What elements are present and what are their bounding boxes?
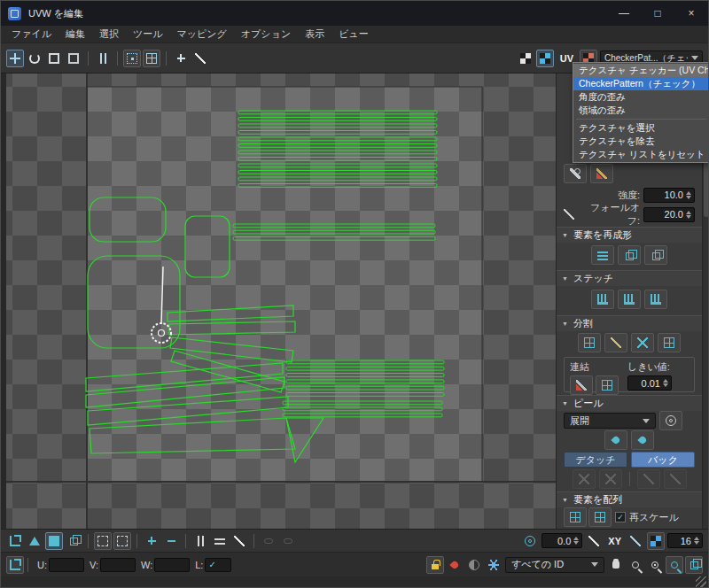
uv-island[interactable]: [88, 256, 180, 348]
falloff-spinner[interactable]: 20.0: [643, 207, 695, 222]
uv-strip[interactable]: [286, 393, 444, 397]
soft-selection-sphere-icon[interactable]: [465, 556, 483, 574]
align-horizontal-icon[interactable]: [191, 532, 209, 550]
edge-loop-icon[interactable]: [627, 532, 644, 550]
zoom-icon[interactable]: [627, 556, 644, 574]
uv-strip[interactable]: [283, 401, 442, 405]
u-input[interactable]: [49, 558, 84, 572]
uv-island[interactable]: [86, 377, 284, 407]
rollout-arrange-elements[interactable]: 要素を配列: [557, 491, 702, 507]
v-input[interactable]: [100, 558, 136, 572]
rollout-reshape-elements[interactable]: 要素を再成形: [557, 227, 702, 243]
uv-island[interactable]: [169, 321, 295, 335]
rescale-checkbox[interactable]: ✓: [615, 512, 626, 522]
uv-strip[interactable]: [283, 414, 442, 417]
break-icon[interactable]: [578, 333, 601, 352]
uv-strip[interactable]: [238, 118, 437, 121]
menu-item-angle-distortion[interactable]: 角度の歪み: [573, 90, 709, 104]
lock-selection-icon[interactable]: [426, 556, 444, 574]
minimize-button[interactable]: —: [607, 1, 641, 26]
uv-island[interactable]: [88, 397, 288, 425]
uv-strip[interactable]: [238, 111, 437, 114]
pack-custom-icon[interactable]: [564, 507, 587, 527]
select-lasso-icon[interactable]: [113, 532, 131, 550]
quick-peel-icon[interactable]: [604, 430, 627, 450]
close-button[interactable]: ×: [674, 1, 708, 26]
draw-seam-icon[interactable]: [191, 50, 209, 67]
uv-strip[interactable]: [233, 236, 435, 240]
detach-button[interactable]: デタッチ: [564, 452, 627, 468]
peel-mode-icon[interactable]: [631, 430, 654, 450]
stitch-custom-icon[interactable]: [591, 290, 614, 309]
uv-canvas[interactable]: [6, 74, 556, 529]
uv-strip[interactable]: [286, 386, 444, 390]
zoom-region-icon[interactable]: [646, 556, 664, 574]
relax-until-flat-icon[interactable]: [618, 245, 641, 265]
freeze-icon[interactable]: [485, 556, 503, 574]
back-button[interactable]: バック: [631, 452, 695, 468]
maximize-button[interactable]: □: [641, 1, 674, 26]
rotate-gizmo-icon[interactable]: [521, 532, 539, 550]
split-edge-pen-icon[interactable]: [604, 333, 627, 352]
grow-selection-icon[interactable]: [143, 532, 160, 550]
stitch-average-icon[interactable]: [644, 290, 667, 309]
menu-edit[interactable]: 編集: [58, 26, 92, 43]
uv-strip[interactable]: [238, 184, 437, 188]
linear-align-icon[interactable]: [230, 532, 248, 550]
uv-strip[interactable]: [233, 230, 435, 234]
resize-grip[interactable]: [696, 576, 706, 587]
menu-item-pick-texture[interactable]: テクスチャを選択: [573, 121, 709, 135]
xy-axis-label[interactable]: XY: [608, 536, 621, 546]
menu-file[interactable]: ファイル: [4, 26, 58, 43]
grid-size-spinner[interactable]: 16: [667, 533, 703, 548]
select-overlap-icon[interactable]: [123, 50, 141, 67]
menu-mapping[interactable]: マッピング: [170, 26, 234, 43]
shrink-selection-icon[interactable]: [162, 532, 180, 550]
select-island-icon[interactable]: [143, 50, 160, 67]
menu-display[interactable]: 表示: [298, 26, 331, 43]
pack-now-icon[interactable]: [588, 507, 612, 527]
uv-island[interactable]: [286, 418, 323, 462]
weld-brush-icon[interactable]: [570, 375, 593, 395]
uv-strip[interactable]: [286, 380, 444, 383]
uv-strip[interactable]: [238, 164, 437, 167]
l-toggle[interactable]: ✓: [205, 558, 231, 572]
menu-tools[interactable]: ツール: [126, 26, 170, 43]
uv-island[interactable]: [170, 337, 293, 362]
menu-options[interactable]: オプション: [234, 26, 298, 43]
paint-relax-icon[interactable]: [590, 164, 613, 183]
strength-spinner[interactable]: 10.0: [643, 188, 695, 203]
uv-strip[interactable]: [238, 171, 437, 174]
quad-mode-icon[interactable]: [45, 532, 63, 550]
straighten-selection-icon[interactable]: [591, 245, 614, 265]
uv-strip[interactable]: [238, 158, 437, 161]
uv-island[interactable]: [185, 216, 230, 277]
rotate-angle-spinner[interactable]: 0.0: [541, 533, 582, 548]
uv-strip[interactable]: [238, 131, 437, 135]
rollout-peel[interactable]: ピール: [557, 395, 702, 411]
uv-island[interactable]: [90, 418, 295, 453]
gizmo-center[interactable]: [159, 330, 165, 337]
uv-island[interactable]: [168, 306, 293, 321]
uv-strip[interactable]: [233, 224, 435, 228]
paint-mode-icon[interactable]: [446, 556, 464, 574]
freeform-gizmo-icon[interactable]: [65, 50, 82, 67]
stitch-source-icon[interactable]: [618, 290, 641, 309]
uv-strip[interactable]: [238, 144, 437, 148]
zoom-extents-icon[interactable]: [666, 556, 683, 574]
uv-strip[interactable]: [286, 360, 444, 364]
grid-snap-checker-icon[interactable]: [647, 532, 665, 550]
checker-bw-icon[interactable]: [517, 50, 534, 67]
uv-strip[interactable]: [238, 137, 437, 141]
uv-strip[interactable]: [286, 374, 444, 377]
slash-icon[interactable]: [585, 532, 603, 550]
scale-icon[interactable]: [45, 50, 63, 67]
zoom-to-gizmo-icon[interactable]: [685, 556, 703, 574]
uv-strip[interactable]: [238, 177, 437, 181]
w-input[interactable]: [154, 558, 190, 572]
relax-custom-icon[interactable]: [644, 245, 667, 265]
menu-item-reset-texture-list[interactable]: テクスチャ リストをリセット: [573, 148, 709, 161]
titlebar[interactable]: UVW を編集 — □ ×: [1, 1, 708, 26]
transform-gizmo[interactable]: [152, 323, 171, 343]
uv-strip[interactable]: [238, 151, 437, 154]
